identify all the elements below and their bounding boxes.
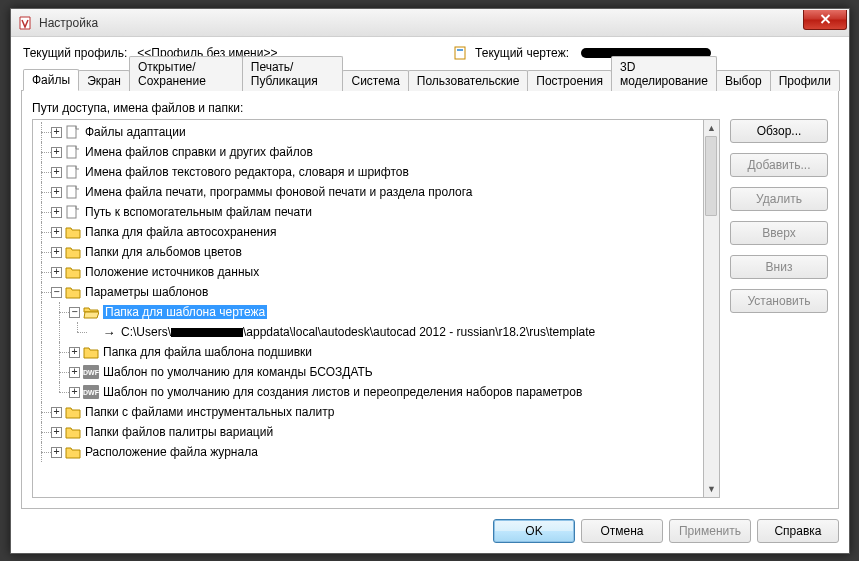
- tree-node-label: Параметры шаблонов: [85, 285, 208, 299]
- folder-icon: [65, 285, 81, 299]
- tree-expander-icon[interactable]: +: [51, 427, 62, 438]
- section-label: Пути доступа, имена файлов и папки:: [32, 101, 828, 115]
- tree-node-label: Путь к вспомогательным файлам печати: [85, 205, 312, 219]
- tab-выбор[interactable]: Выбор: [716, 70, 771, 91]
- tree-node[interactable]: →C:\Users\\appdata\local\autodesk\autoca…: [33, 322, 703, 342]
- tree-expander-icon[interactable]: +: [69, 347, 80, 358]
- tree-expander-icon[interactable]: +: [69, 387, 80, 398]
- tree-node-label: Файлы адаптации: [85, 125, 186, 139]
- tree-node[interactable]: +Папка для файла автосохранения: [33, 222, 703, 242]
- tab-система[interactable]: Система: [342, 70, 408, 91]
- app-icon: [17, 15, 33, 31]
- tree-node-path: C:\Users\: [121, 325, 171, 339]
- delete-button[interactable]: Удалить: [730, 187, 828, 211]
- folder-icon: [65, 265, 81, 279]
- folder-icon: [65, 225, 81, 239]
- move-down-button[interactable]: Вниз: [730, 255, 828, 279]
- svg-rect-2: [67, 126, 76, 138]
- tree-expander-icon[interactable]: +: [51, 407, 62, 418]
- svg-rect-1: [457, 49, 463, 51]
- tab-открытие-сохранение[interactable]: Открытие/Сохранение: [129, 56, 243, 91]
- paths-tree[interactable]: +Файлы адаптации+Имена файлов справки и …: [32, 119, 704, 498]
- tree-node-label: Папки с файлами инструментальных палитр: [85, 405, 334, 419]
- tree-node-label: Папка для шаблона чертежа: [103, 305, 267, 319]
- doc-icon: [65, 165, 81, 179]
- help-button[interactable]: Справка: [757, 519, 839, 543]
- tree-node-label: Шаблон по умолчанию для создания листов …: [103, 385, 582, 399]
- tree-node[interactable]: −Параметры шаблонов: [33, 282, 703, 302]
- tree-node-label: Папки файлов палитры вариаций: [85, 425, 273, 439]
- tree-node[interactable]: +Папка для файла шаблона подшивки: [33, 342, 703, 362]
- doc-icon: [65, 205, 81, 219]
- current-profile-label: Текущий профиль:: [23, 46, 127, 60]
- folder-icon: [83, 345, 99, 359]
- tree-node[interactable]: +Положение источников данных: [33, 262, 703, 282]
- ok-button[interactable]: OK: [493, 519, 575, 543]
- tab-3d-моделирование[interactable]: 3D моделирование: [611, 56, 717, 91]
- tree-node[interactable]: +Папки с файлами инструментальных палитр: [33, 402, 703, 422]
- scroll-down-icon[interactable]: ▼: [704, 481, 719, 497]
- tree-node-label: Шаблон по умолчанию для команды БСОЗДАТЬ: [103, 365, 373, 379]
- apply-button[interactable]: Применить: [669, 519, 751, 543]
- set-button[interactable]: Установить: [730, 289, 828, 313]
- doc-icon: [65, 185, 81, 199]
- tree-expander-icon[interactable]: +: [69, 367, 80, 378]
- tree-expander-icon[interactable]: −: [69, 307, 80, 318]
- add-button[interactable]: Добавить...: [730, 153, 828, 177]
- browse-button[interactable]: Обзор...: [730, 119, 828, 143]
- dialog-button-bar: OK Отмена Применить Справка: [21, 509, 839, 543]
- tree-node[interactable]: +Папки файлов палитры вариаций: [33, 422, 703, 442]
- tree-node-label: Имена файлов текстового редактора, слова…: [85, 165, 409, 179]
- folder-icon: [65, 425, 81, 439]
- close-button[interactable]: [803, 10, 847, 30]
- move-up-button[interactable]: Вверх: [730, 221, 828, 245]
- current-drawing-label: Текущий чертеж:: [475, 46, 569, 60]
- tree-node-label: Имена файлов справки и других файлов: [85, 145, 313, 159]
- tree-node-label: Расположение файла журнала: [85, 445, 258, 459]
- drawing-icon: [453, 45, 469, 61]
- tree-expander-icon[interactable]: +: [51, 447, 62, 458]
- tree-node[interactable]: −Папка для шаблона чертежа: [33, 302, 703, 322]
- tab-профили[interactable]: Профили: [770, 70, 840, 91]
- tree-expander-icon[interactable]: +: [51, 247, 62, 258]
- tree-node[interactable]: +Расположение файла журнала: [33, 442, 703, 462]
- tab-построения[interactable]: Построения: [527, 70, 612, 91]
- tree-node-path: \appdata\local\autodesk\autocad 2012 - r…: [243, 325, 595, 339]
- tree-expander-icon[interactable]: +: [51, 167, 62, 178]
- tree-node[interactable]: +Путь к вспомогательным файлам печати: [33, 202, 703, 222]
- cancel-button[interactable]: Отмена: [581, 519, 663, 543]
- tree-expander-icon[interactable]: +: [51, 267, 62, 278]
- scroll-up-icon[interactable]: ▲: [704, 120, 719, 136]
- folder-open-icon: [83, 305, 99, 319]
- tab-печать-публикация[interactable]: Печать/Публикация: [242, 56, 344, 91]
- tree-expander-icon[interactable]: −: [51, 287, 62, 298]
- tree-scrollbar[interactable]: ▲ ▼: [704, 119, 720, 498]
- tree-expander-icon[interactable]: +: [51, 127, 62, 138]
- tree-expander-icon[interactable]: +: [51, 207, 62, 218]
- tree-expander-icon[interactable]: +: [51, 227, 62, 238]
- tree-node-label: Папка для файла шаблона подшивки: [103, 345, 312, 359]
- tree-node[interactable]: +Имена файла печати, программы фоновой п…: [33, 182, 703, 202]
- tab-пользовательские[interactable]: Пользовательские: [408, 70, 529, 91]
- tree-node[interactable]: +Папки для альбомов цветов: [33, 242, 703, 262]
- tab-файлы[interactable]: Файлы: [23, 69, 79, 91]
- doc-icon: [65, 145, 81, 159]
- folder-icon: [65, 245, 81, 259]
- tree-node-label: Имена файла печати, программы фоновой пе…: [85, 185, 473, 199]
- svg-rect-0: [455, 47, 465, 59]
- redacted-user: [171, 328, 243, 337]
- tree-expander-icon[interactable]: +: [51, 187, 62, 198]
- tab-экран[interactable]: Экран: [78, 70, 130, 91]
- tree-expander-icon[interactable]: +: [51, 147, 62, 158]
- tree-node[interactable]: +Имена файлов справки и других файлов: [33, 142, 703, 162]
- titlebar[interactable]: Настройка: [11, 9, 849, 37]
- scroll-thumb[interactable]: [705, 136, 717, 216]
- tree-node[interactable]: +DWFШаблон по умолчанию для команды БСОЗ…: [33, 362, 703, 382]
- path-arrow-icon: →: [101, 325, 117, 340]
- tree-node[interactable]: +DWFШаблон по умолчанию для создания лис…: [33, 382, 703, 402]
- tree-node[interactable]: +Файлы адаптации: [33, 122, 703, 142]
- svg-rect-4: [67, 146, 76, 158]
- window-title: Настройка: [39, 16, 803, 30]
- folder-icon: [65, 405, 81, 419]
- tree-node[interactable]: +Имена файлов текстового редактора, слов…: [33, 162, 703, 182]
